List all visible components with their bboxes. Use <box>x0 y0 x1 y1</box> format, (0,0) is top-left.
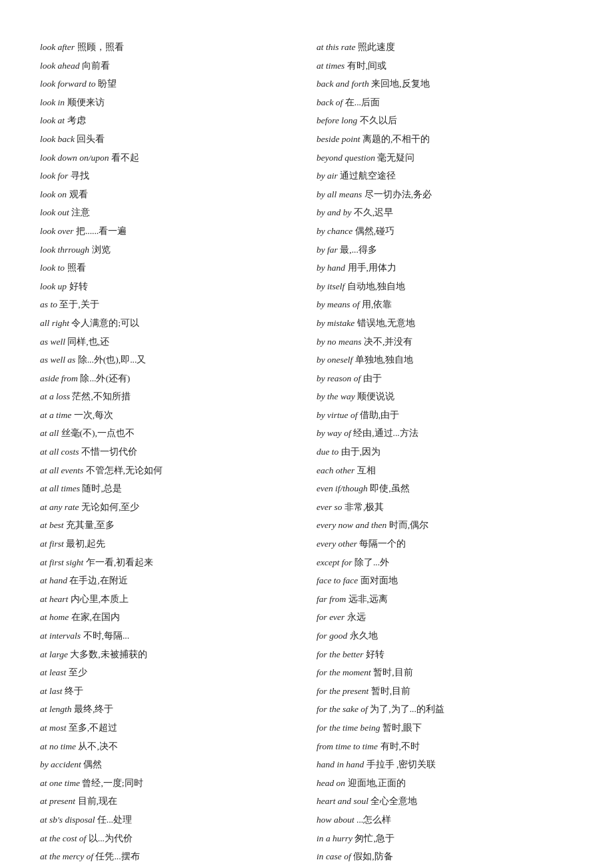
meaning: 不久,迟早 <box>354 207 393 217</box>
phrase: head on <box>316 778 345 788</box>
meaning: 考虑 <box>67 115 86 125</box>
phrase: look back <box>40 134 75 144</box>
meaning: 由于 <box>363 373 382 383</box>
list-item: by and by 不久,迟早 <box>316 205 573 220</box>
phrase: at a time <box>40 410 71 420</box>
list-item: look after 照顾，照看 <box>40 40 297 55</box>
phrase: by itself <box>316 281 344 291</box>
list-item: by mistake 错误地,无意地 <box>316 316 573 331</box>
phrase: at the mercy of <box>40 851 93 861</box>
meaning: 有时,间或 <box>347 61 386 71</box>
meaning: 顺便来访 <box>67 97 105 107</box>
list-item: at the cost of 以...为代价 <box>40 831 297 846</box>
meaning: 远非,远离 <box>348 594 388 604</box>
meaning: 内心里,本质上 <box>71 594 129 604</box>
list-item: back and forth 来回地,反复地 <box>316 77 573 91</box>
phrase: beyond question <box>316 153 375 163</box>
meaning: 无论如何,至少 <box>81 502 139 512</box>
meaning: 曾经,一度;同时 <box>82 778 143 788</box>
list-item: at one time 曾经,一度;同时 <box>40 776 297 791</box>
phrase: at the cost of <box>40 833 86 843</box>
list-item: due to 由于,因为 <box>316 445 573 459</box>
phrase: look forward to <box>40 79 96 89</box>
phrase: aside from <box>40 373 78 383</box>
phrase: for ever <box>316 612 344 622</box>
phrase: by accident <box>40 759 81 769</box>
phrase: look after <box>40 42 75 52</box>
phrase: before long <box>316 115 357 125</box>
phrase: ever so <box>316 502 342 512</box>
meaning: 顺便说说 <box>357 391 394 401</box>
list-item: look forward to 盼望 <box>40 77 297 91</box>
phrase: back and forth <box>316 79 369 89</box>
list-item: at all times 随时,总是 <box>40 481 297 496</box>
phrase: by chance <box>316 226 352 236</box>
phrase: for the sake of <box>316 704 368 714</box>
phrase: at most <box>40 723 66 733</box>
meaning: 向前看 <box>82 61 110 71</box>
meaning: 浏览 <box>92 245 111 255</box>
phrase: look in <box>40 97 65 107</box>
phrase: hand in hand <box>316 759 364 769</box>
list-item: at length 最终,终于 <box>40 702 297 717</box>
list-item: aside from 除...外(还有) <box>40 371 297 386</box>
list-item: for ever 永远 <box>316 610 573 625</box>
phrase: face to face <box>316 575 358 585</box>
phrase: due to <box>316 447 338 457</box>
meaning: 不时,每隔... <box>83 631 130 641</box>
meaning: 时而,偶尔 <box>389 520 428 530</box>
phrase: for the better <box>316 649 364 659</box>
list-item: look for 寻找 <box>40 169 297 183</box>
list-item: look on 观看 <box>40 187 297 202</box>
list-item: look to 照看 <box>40 261 297 275</box>
meaning: 一次,每次 <box>74 410 113 420</box>
meaning: 匆忙,急于 <box>354 833 394 843</box>
list-item: by reason of 由于 <box>316 371 573 386</box>
list-item: heart and soul 全心全意地 <box>316 794 573 809</box>
phrase: at all <box>40 428 59 438</box>
meaning: 在家,在国内 <box>71 612 120 622</box>
list-item: in case of 假如,防备 <box>316 849 573 864</box>
meaning: 任凭...摆布 <box>95 851 139 861</box>
phrase: by the way <box>316 391 355 401</box>
meaning: 偶然,碰巧 <box>355 226 394 236</box>
meaning: 借助,由于 <box>360 410 399 420</box>
list-item: far from 远非,远离 <box>316 592 573 607</box>
phrase: look to <box>40 263 65 273</box>
phrase: how about <box>316 815 354 825</box>
meaning: 互相 <box>357 465 376 475</box>
list-item: by far 最,...得多 <box>316 243 573 257</box>
list-item: by virtue of 借助,由于 <box>316 408 573 423</box>
phrase: look over <box>40 226 74 236</box>
meaning: 错误地,无意地 <box>357 318 415 328</box>
phrase: as to <box>40 299 57 309</box>
phrase: at best <box>40 520 64 530</box>
list-item: at the mercy of 任凭...摆布 <box>40 849 297 864</box>
list-item: ever so 非常,极其 <box>316 500 573 515</box>
meaning: 至多,不超过 <box>69 723 117 733</box>
meaning: 终于 <box>65 686 83 696</box>
phrase: from time to time <box>316 741 378 751</box>
phrase: for the moment <box>316 667 371 677</box>
list-item: at most 至多,不超过 <box>40 721 297 735</box>
phrase: at intervals <box>40 631 81 641</box>
list-item: look up 好转 <box>40 279 297 294</box>
list-item: at intervals 不时,每隔... <box>40 629 297 643</box>
meaning: 至少 <box>69 667 87 677</box>
phrase: at any rate <box>40 502 79 512</box>
phrase: look out <box>40 207 69 217</box>
list-item: at a time 一次,每次 <box>40 408 297 423</box>
list-item: hand in hand 手拉手 ,密切关联 <box>316 757 573 772</box>
list-item: at first 最初,起先 <box>40 537 297 551</box>
meaning: 最终,终于 <box>74 704 113 714</box>
list-item: look over 把......看一遍 <box>40 224 297 239</box>
list-item: look out 注意 <box>40 205 297 220</box>
meaning: 毫无疑问 <box>377 153 414 163</box>
phrase: every other <box>316 539 357 549</box>
list-item: how about ...怎么样 <box>316 813 573 827</box>
phrase: at no time <box>40 741 76 751</box>
meaning: 回头看 <box>77 134 105 144</box>
meaning: 乍一看,初看起来 <box>86 557 153 567</box>
phrase: at all events <box>40 465 83 475</box>
phrase: look for <box>40 171 68 181</box>
